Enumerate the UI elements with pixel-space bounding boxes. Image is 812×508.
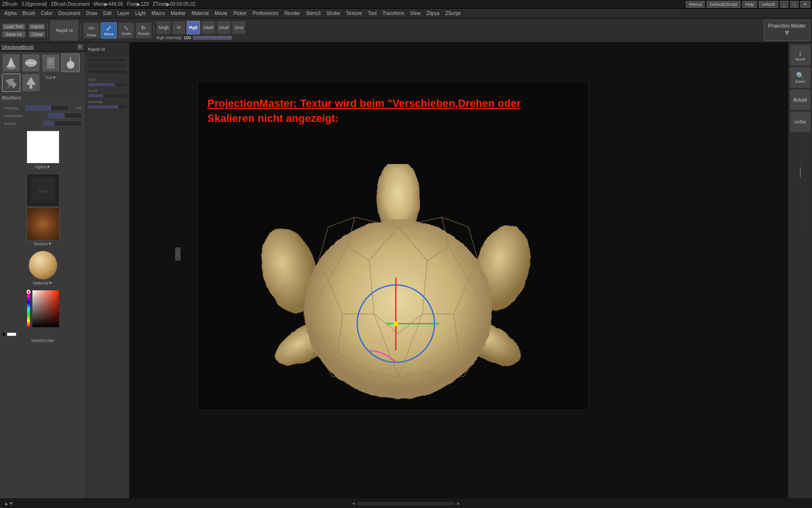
close-button[interactable]: ✕ — [800, 1, 810, 8]
rgb-button[interactable]: Rgb — [187, 21, 200, 34]
unlock-button[interactable]: Unlock — [759, 1, 778, 8]
material-section: Material▼ — [0, 248, 86, 287]
canvas-area[interactable]: ProjectionMaster: Textur wird beim "Vers… — [197, 81, 589, 410]
brush-header: DirectionalBrush R — [0, 43, 86, 52]
menu-item-stencil[interactable]: Stencil — [304, 10, 323, 17]
sub-label-size: Size — [88, 77, 127, 82]
rotate-button[interactable]: ↻ Rotate — [135, 22, 152, 39]
sub-slider-3[interactable] — [88, 70, 127, 74]
brush-item-6[interactable] — [22, 74, 40, 92]
tool-indicator: Tool▼ — [42, 74, 60, 81]
load-tool-button[interactable]: Load Tool — [2, 23, 26, 30]
black-swatch[interactable] — [2, 332, 6, 336]
mrgb-button[interactable]: Mrgb — [156, 21, 171, 34]
menu-item-transform[interactable]: Transform — [380, 10, 406, 17]
svg-rect-11 — [29, 85, 32, 89]
draw-button[interactable]: ✏ Draw — [83, 22, 100, 39]
rgb-intensity-slider[interactable] — [193, 36, 232, 40]
brush-item-3[interactable] — [42, 54, 60, 72]
scroll-button[interactable]: ↕ Scroll — [790, 45, 811, 66]
sub-slider-focal[interactable] — [88, 94, 127, 98]
minimize-button[interactable]: _ — [780, 1, 788, 8]
color-picker-widget[interactable] — [27, 290, 59, 328]
menu-item-macro[interactable]: Macro — [149, 10, 167, 17]
material-label[interactable]: Material▼ — [33, 281, 53, 285]
sub-slider-intensity2[interactable] — [88, 105, 127, 109]
import-clone-buttons: Import Clone — [29, 23, 46, 38]
menu-item-view[interactable]: View — [407, 10, 423, 17]
nav-left[interactable]: ◄ — [351, 501, 356, 506]
rapid-ui-label[interactable]: Rapid UI — [88, 47, 105, 52]
texture-label[interactable]: Texture▼ — [33, 241, 52, 246]
menu-item-texture[interactable]: Texture — [344, 10, 364, 17]
menu-item-light[interactable]: Light — [133, 10, 148, 17]
menu-item-alpha[interactable]: Alpha — [2, 10, 19, 17]
menu-item-layer[interactable]: Layer — [115, 10, 132, 17]
timeline-slider[interactable] — [358, 502, 454, 505]
sv-square[interactable] — [32, 290, 59, 328]
menu-item-brush[interactable]: Brush — [20, 10, 38, 17]
sub-slider-2[interactable] — [88, 64, 127, 68]
menu-item-document[interactable]: Document — [56, 10, 83, 17]
aaflat-button[interactable]: AAflat — [790, 111, 811, 133]
zadd-button[interactable]: Zadd — [201, 21, 216, 34]
nav-right[interactable]: ► — [456, 501, 461, 506]
menu-item-tool[interactable]: Tool — [365, 10, 379, 17]
hue-marker — [27, 290, 30, 294]
m-button[interactable]: M — [172, 21, 186, 34]
brush-item-1[interactable] — [2, 54, 20, 72]
intensity-slider[interactable] — [25, 105, 69, 111]
menu-item-stroke[interactable]: Stroke — [324, 10, 343, 17]
menu-item-marker[interactable]: Marker — [168, 10, 188, 17]
scale-button[interactable]: ⤡ Scale — [118, 22, 134, 39]
hue-strip[interactable] — [27, 290, 30, 328]
sub-slider-size[interactable] — [88, 83, 127, 87]
scroll-thumb[interactable] — [800, 167, 801, 177]
menu-item-draw[interactable]: Draw — [84, 10, 100, 17]
menu-item-preferences[interactable]: Preferences — [250, 10, 281, 17]
menu-item-ztipya[interactable]: Ztipya — [424, 10, 442, 17]
zcut-button[interactable]: Zcut — [232, 21, 246, 34]
zoom-button[interactable]: 🔍 Zoom — [790, 67, 811, 88]
white-swatch[interactable] — [7, 332, 16, 336]
free-info: Free▶129 — [127, 1, 148, 7]
sub-slider-1[interactable] — [88, 58, 127, 62]
brush-r-label: R — [77, 44, 84, 50]
menu-item-picker[interactable]: Picker — [231, 10, 249, 17]
nav-area: ◄ ► — [351, 501, 461, 506]
switch-color-label[interactable]: SwitchColor — [2, 338, 84, 343]
clone-button[interactable]: Clone — [29, 31, 46, 38]
import-button[interactable]: Import — [29, 23, 46, 30]
actual-button[interactable]: Actual — [790, 89, 811, 110]
gravity-slider[interactable] — [43, 120, 82, 126]
move-button[interactable]: ⤢ Move — [101, 22, 117, 39]
menu-item-color[interactable]: Color — [39, 10, 55, 17]
svg-point-19 — [304, 220, 493, 399]
default-zscript-button[interactable]: DefaultZScript — [707, 1, 740, 8]
modifiers-title[interactable]: Modifiers — [2, 95, 84, 102]
separator-3 — [154, 23, 154, 38]
transform-buttons: ✏ Draw ⤢ Move ⤡ Scale ↻ Rotate — [83, 22, 152, 39]
projection-master-button[interactable]: Projection Master ▼ — [764, 20, 810, 41]
zsub-button[interactable]: Zsub — [217, 21, 231, 34]
tool-buttons: Load Tool Save As — [2, 23, 26, 38]
status-text: ▲▼ — [4, 501, 14, 506]
brush-name[interactable]: DirectionalBrush — [2, 45, 34, 49]
material-preview — [29, 251, 58, 280]
brush-item-4[interactable] — [61, 54, 80, 72]
menus-button[interactable]: Menus — [686, 1, 705, 8]
save-as-button[interactable]: Save As — [2, 31, 26, 38]
maximize-button[interactable]: □ — [790, 1, 798, 8]
collapse-arrow[interactable]: ‹ — [175, 247, 181, 261]
orientation-slider[interactable] — [48, 113, 82, 119]
brush-item-5[interactable] — [2, 74, 20, 92]
rapid-ui-button[interactable]: Rapid UI — [50, 20, 79, 41]
menu-item-render[interactable]: Render — [282, 10, 303, 17]
menu-item-zscript[interactable]: ZScript — [443, 10, 463, 17]
brush-item-2[interactable] — [22, 54, 40, 72]
menu-item-edit[interactable]: Edit — [101, 10, 114, 17]
menu-item-movie[interactable]: Movie — [212, 10, 230, 17]
help-button[interactable]: Help — [742, 1, 757, 8]
menu-item-material[interactable]: Material — [189, 10, 211, 17]
alpha-label[interactable]: Alpha▼ — [35, 164, 51, 169]
